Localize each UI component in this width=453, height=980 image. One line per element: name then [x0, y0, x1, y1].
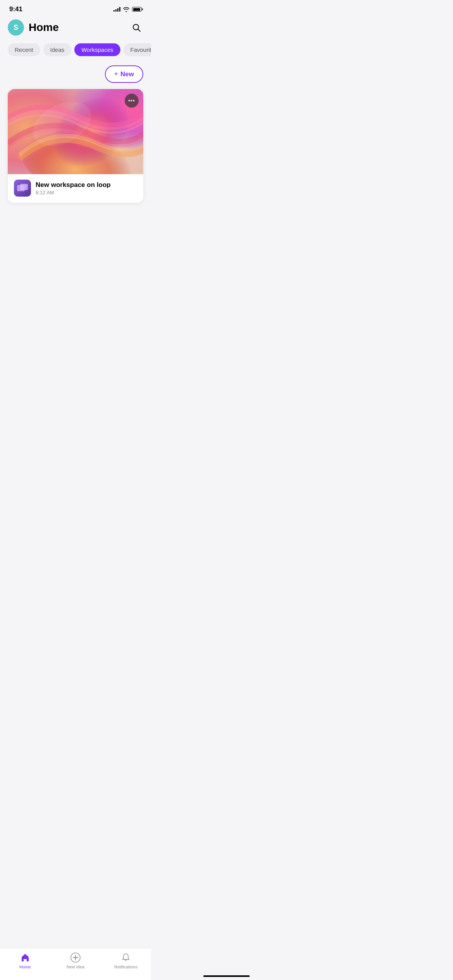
new-workspace-button[interactable]: + New [105, 65, 143, 83]
new-button-row: + New [8, 65, 143, 83]
header: S Home [0, 16, 151, 40]
tabs-container: Recent Ideas Workspaces Favourites [0, 40, 151, 62]
swirl-artwork [8, 89, 143, 174]
card-info: New workspace on loop 8:12 AM [8, 174, 143, 203]
swirl-svg [8, 89, 143, 174]
tab-favourites[interactable]: Favourites [124, 43, 151, 56]
tab-recent[interactable]: Recent [8, 43, 40, 56]
workspace-card[interactable]: ••• New workspace on loop [8, 89, 143, 203]
tab-ideas[interactable]: Ideas [43, 43, 72, 56]
more-dots-icon: ••• [128, 98, 135, 103]
card-image: ••• [8, 89, 143, 174]
card-text: New workspace on loop 8:12 AM [36, 181, 137, 195]
search-icon [132, 23, 141, 32]
plus-icon: + [114, 70, 118, 78]
search-button[interactable] [129, 21, 143, 34]
avatar[interactable]: S [8, 19, 24, 36]
tabs: Recent Ideas Workspaces Favourites [8, 43, 143, 56]
tab-workspaces[interactable]: Workspaces [74, 43, 120, 56]
wifi-icon [123, 7, 130, 12]
svg-rect-10 [20, 184, 28, 190]
workspace-icon-svg [14, 180, 31, 197]
new-button-label: New [120, 70, 134, 78]
more-options-button[interactable]: ••• [125, 94, 139, 108]
workspace-icon [14, 180, 31, 197]
page-title: Home [29, 21, 59, 34]
header-left: S Home [8, 19, 59, 36]
card-title: New workspace on loop [36, 181, 137, 189]
status-time: 9:41 [9, 5, 22, 13]
svg-line-1 [138, 29, 141, 32]
battery-icon [132, 7, 142, 12]
content-area: + New [0, 62, 151, 206]
status-icons [113, 7, 142, 12]
card-time: 8:12 AM [36, 190, 137, 195]
signal-icon [113, 7, 120, 12]
status-bar: 9:41 [0, 0, 151, 16]
